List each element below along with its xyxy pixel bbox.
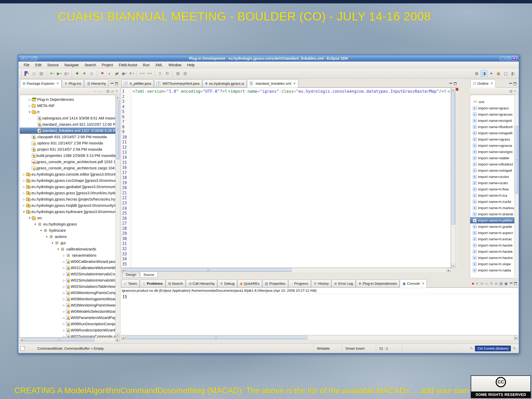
scroll-down-arrow[interactable]: ▼ (451, 264, 455, 268)
tree-item-build-properties[interactable]: ✱build.properties 1398 2/29/08 3:13 PM m… (20, 152, 115, 159)
tree-expanded-arrow-icon[interactable]: ▼ (28, 111, 32, 114)
tree-item-standard-linkables-xml[interactable]: Xstandard_linkables.xml 1327 2/16/08 5:2… (20, 128, 115, 134)
scroll-thumb[interactable]: ≡ (116, 99, 119, 159)
tree-item-actions[interactable]: ▼⊞actions (20, 234, 115, 240)
tree-item-meta-inf[interactable]: ▷META-INF (20, 103, 115, 109)
view-menu-button[interactable]: ▽ (116, 90, 118, 92)
web-browser-button[interactable]: ◐ (106, 70, 113, 77)
tree-collapsed-arrow-icon[interactable]: ▷ (62, 304, 66, 307)
window-titlebar[interactable]: ✕ − ❐ Plug-in Development - eu.hydrologi… (18, 55, 519, 62)
tab-console[interactable]: ▣Console✕ (400, 279, 427, 288)
tree-item-rt[interactable]: ▼rt (20, 109, 115, 115)
collapse-all-button[interactable]: ⊟ (510, 89, 513, 93)
ctrl-contrib-button[interactable]: Ctrl Contrib (Bottom) (475, 346, 511, 351)
tree-collapsed-arrow-icon[interactable]: ▷ (62, 329, 66, 332)
annotation-nav-button[interactable]: ▼▾ (128, 70, 135, 77)
tree-expanded-arrow-icon[interactable]: ▼ (22, 210, 26, 213)
tab-properties[interactable]: ▤Properties (262, 280, 288, 287)
tab-package-explorer[interactable]: ⊞Package Explorer✕ (20, 79, 62, 88)
tree-item-w05parameterswizardpage-ja[interactable]: ▷JW05ParametersWizardPage.ja (20, 315, 115, 321)
maximize-icon[interactable] (513, 82, 517, 85)
link-with-editor-button[interactable]: ⇄ (111, 89, 114, 93)
forward-button[interactable]: ⇨▾ (146, 70, 153, 77)
scroll-thumb[interactable]: ≡ (515, 126, 518, 194)
menu-file[interactable]: File (21, 62, 32, 68)
tree-collapsed-arrow-icon[interactable]: ▷ (62, 310, 66, 313)
tab-design[interactable]: Design (122, 272, 139, 278)
tab-call-hierarchy[interactable]: ⇉Call Hierarchy (186, 280, 217, 287)
outline-item-import-name-h-flow[interactable]: eimport name=h.flow (470, 186, 514, 192)
tab-search[interactable]: Search (166, 280, 186, 287)
scroll-right-arrow[interactable]: ▶ (514, 336, 518, 340)
minimize-icon[interactable] (509, 282, 513, 285)
window-restore-button[interactable]: ❐ (32, 56, 37, 61)
close-icon[interactable]: ✕ (490, 82, 493, 85)
tree-collapsed-arrow-icon[interactable]: ▷ (62, 285, 66, 288)
maximize-icon[interactable] (115, 82, 118, 85)
clear-console-button[interactable]: ▭ (485, 282, 488, 285)
tree-collapsed-arrow-icon[interactable]: ▷ (62, 254, 66, 257)
tree-item-options[interactable]: ≡.options 831 10/14/07 2:58 PM moovida (20, 140, 115, 146)
tree-item-w01calbrationwelcomewizard[interactable]: ▷JW01CalbrationWelcomeWizard (20, 265, 115, 271)
perspective-plugin-dev-button[interactable]: ◨ (481, 70, 487, 77)
tab-progress[interactable]: ◔Progress (288, 280, 311, 287)
remove-all-launches-button[interactable]: ⊠ (480, 282, 483, 285)
tree-collapsed-arrow-icon[interactable]: ▷ (22, 185, 26, 188)
collapse-all-button[interactable]: ⊟ (182, 70, 189, 77)
scroll-up-arrow[interactable]: ▲ (451, 88, 455, 91)
outline-item-import-name-h-markou[interactable]: eimport name=h.markou (470, 205, 514, 211)
tab-hierarchy[interactable]: ⇶Hierarchy (84, 79, 109, 87)
outline-item-import-name-igrass[interactable]: eimport name=igrass (470, 105, 514, 111)
remove-launch-button[interactable]: ✕ (476, 282, 478, 285)
run-button[interactable]: ▶▾ (56, 70, 63, 77)
scroll-up-arrow[interactable]: ▲ (116, 95, 119, 99)
tree-item-w02simulationintervalscompo[interactable]: ▷JW02SimulationIntervalsCompo (20, 271, 115, 277)
outline-item-xml[interactable]: ?-?xml (470, 99, 514, 105)
outline-item-import-name-ograss[interactable]: eimport name=ograss (470, 136, 514, 142)
editor-tab-h-pitfiller-java[interactable]: Jh_pitfiller.java (121, 79, 154, 87)
outline-vscrollbar[interactable]: ≡ (514, 95, 518, 278)
tab-error-log[interactable]: ⊗Error Log (331, 280, 355, 287)
outline-item-import-name-h-gradie[interactable]: eimport name=h.gradie (470, 223, 514, 230)
outline-item-import-name-h-extrac[interactable]: eimport name=h.extrac (470, 236, 514, 242)
perspective-java-button[interactable]: ▣ (495, 70, 502, 77)
outline-item-import-name-ocats[interactable]: eimport name=ocats (470, 180, 514, 186)
search-button[interactable]: ◉▾ (121, 70, 128, 77)
scroll-down-arrow[interactable]: ▼ (116, 334, 119, 337)
tree-collapsed-arrow-icon[interactable]: ▷ (62, 279, 66, 282)
tab-debug[interactable]: ✳Debug (217, 280, 237, 287)
tree-item-w03monitoringpointswizardpa[interactable]: ▷JW03MonitoringpointsWizardPa (20, 296, 115, 302)
open-plugin-artifact-button[interactable]: ◇ (88, 70, 95, 77)
tree-item-w00calibrationwizard-java[interactable]: ▷JW00CalibrationWizard.java 13 (20, 258, 115, 265)
tree-item-eu-hydrologis-jgrass-console-editor[interactable]: ▷Jeu.hydrologis.jgrass.console.editor [j… (20, 171, 115, 177)
tree-item-eu-hydrologis-jgrass-gpsbabel[interactable]: ▷Jeu.hydrologis.jgrass.gpsbabel [jgrass3… (20, 184, 115, 190)
expand-all-button[interactable]: ⊞ (175, 70, 181, 77)
scroll-left-arrow[interactable]: ◀ (121, 268, 125, 272)
scroll-right-arrow[interactable]: ▶ (447, 268, 451, 272)
tree-collapsed-arrow-icon[interactable]: ▷ (62, 291, 66, 294)
external-tools-button[interactable]: ◎▾ (63, 70, 70, 77)
tree-item-eu-hydrologis-jgrass-csv2shape[interactable]: ▷Jeu.hydrologis.jgrass.csv2shape [jgrass… (20, 177, 115, 184)
outline-item-import-name-iesrigrid[interactable]: eimport name=iesrigrid (470, 117, 514, 124)
forward-tree-button[interactable]: ⇨ (98, 89, 101, 93)
menu-navigate[interactable]: Navigate (62, 62, 81, 68)
scroll-thumb[interactable]: ||| (24, 338, 94, 341)
scroll-thumb[interactable]: ||| (125, 268, 292, 272)
menu-edit[interactable]: Edit (33, 62, 44, 68)
tree-collapsed-arrow-icon[interactable]: ▷ (62, 273, 66, 276)
tree-collapsed-arrow-icon[interactable]: ▷ (28, 98, 32, 101)
package-explorer-hscrollbar[interactable]: ◀ ||| ▶ (19, 337, 120, 342)
perspective-debug-button[interactable]: ✦ (488, 70, 495, 77)
minimize-icon[interactable] (110, 82, 114, 85)
tree-collapsed-arrow-icon[interactable]: ▷ (22, 198, 26, 201)
outline-item-import-name-ograssa[interactable]: eimport name=ograssa (470, 142, 514, 149)
tree-item-jgrass-console-engine-architecture-zargo[interactable]: ≡jgrass_console_engine_architecture.zarg… (20, 165, 115, 171)
menu-run[interactable]: Run (140, 62, 152, 68)
new-package-button[interactable]: ❖ (81, 70, 88, 77)
terminate-button[interactable]: ■ (472, 282, 474, 285)
vi-mode-button[interactable]: yi (114, 70, 120, 77)
close-icon[interactable]: ✕ (422, 282, 424, 285)
perspective-other-button[interactable]: ◧ (510, 70, 516, 77)
tree-expanded-arrow-icon[interactable]: ▼ (33, 223, 37, 226)
perspective-resource-button[interactable]: ▢ (502, 70, 509, 77)
